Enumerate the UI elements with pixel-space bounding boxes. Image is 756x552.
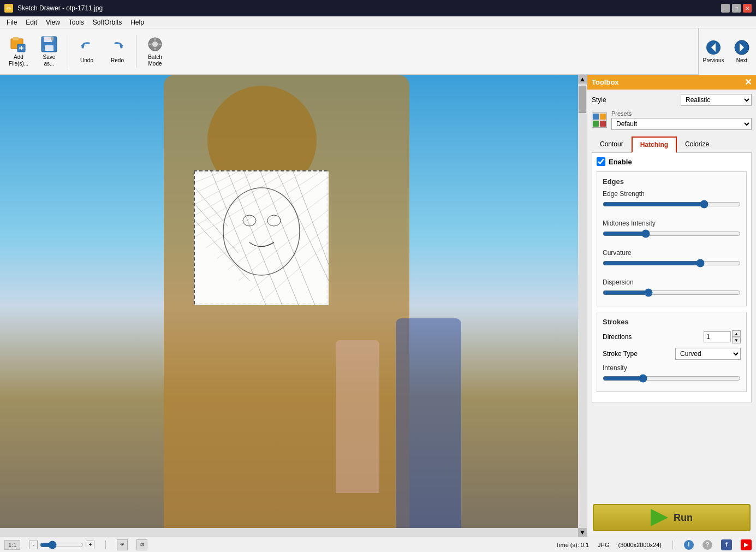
presets-label: Presets xyxy=(611,110,752,117)
strokes-section: Strokes Directions ▲ ▼ xyxy=(597,312,747,392)
directions-down-button[interactable]: ▼ xyxy=(732,337,741,343)
svg-point-12 xyxy=(152,41,158,47)
presets-row: Presets Default Sharp Soft xyxy=(592,110,752,130)
youtube-icon[interactable]: ▶ xyxy=(741,539,752,550)
intensity-row: Intensity xyxy=(603,364,741,386)
dispersion-slider[interactable] xyxy=(603,288,741,297)
stroke-type-select[interactable]: Curved Straight Wavy xyxy=(675,348,741,360)
redo-button[interactable]: Redo xyxy=(103,32,132,71)
status-sep-2 xyxy=(672,541,673,549)
intensity-label: Intensity xyxy=(603,364,741,372)
curvature-label: Curvature xyxy=(603,249,741,257)
edge-strength-slider[interactable] xyxy=(603,200,741,209)
menu-bar: File Edit View Tools SoftOrbits Help xyxy=(0,16,756,28)
menu-help[interactable]: Help xyxy=(126,17,148,27)
info-icon: i xyxy=(684,540,694,550)
style-label: Style xyxy=(592,96,606,104)
directions-up-button[interactable]: ▲ xyxy=(732,330,741,337)
add-files-button[interactable]: AddFile(s)... xyxy=(4,32,33,71)
previous-label: Previous xyxy=(703,57,724,63)
zoom-slider[interactable] xyxy=(40,541,84,549)
add-files-label: AddFile(s)... xyxy=(9,54,28,67)
directions-input[interactable] xyxy=(704,331,731,342)
tabs: Contour Hatching Colorize xyxy=(592,136,752,153)
undo-label: Undo xyxy=(80,57,93,64)
canvas-area[interactable]: ▲ ▼ xyxy=(0,75,587,537)
toolbar-sep-2 xyxy=(136,35,136,68)
menu-view[interactable]: View xyxy=(41,17,64,27)
edge-strength-label: Edge Strength xyxy=(603,190,741,198)
run-icon xyxy=(651,509,668,526)
app-icon: ✏ xyxy=(4,4,13,13)
enable-label: Enable xyxy=(609,158,632,166)
status-right: Time (s): 0.1 JPG (3000x2000x24) i ? f ▶ xyxy=(556,539,752,550)
add-files-icon xyxy=(10,35,27,53)
run-btn-area: Run xyxy=(587,498,756,537)
zoom-out-button[interactable]: - xyxy=(29,541,38,549)
next-button[interactable]: Next xyxy=(728,28,756,75)
run-button[interactable]: Run xyxy=(593,504,751,531)
zoom-in-button[interactable]: + xyxy=(86,541,94,549)
title-bar: ✏ Sketch Drawer - otp-1711.jpg — □ ✕ xyxy=(0,0,756,16)
menu-softorbits[interactable]: SoftOrbits xyxy=(88,17,126,27)
dimensions-label: (3000x2000x24) xyxy=(618,542,662,548)
toolbox-close-button[interactable]: ✕ xyxy=(745,77,752,87)
batch-mode-button[interactable]: BatchMode xyxy=(141,32,169,71)
previous-icon xyxy=(706,40,721,55)
midtones-intensity-row: Midtones Intensity xyxy=(603,219,741,241)
svg-rect-1 xyxy=(13,37,19,40)
presets-select[interactable]: Default Sharp Soft xyxy=(611,118,752,130)
toolbar: AddFile(s)... Saveas... Undo xyxy=(0,28,756,75)
save-icon xyxy=(40,35,58,53)
help-icon: ? xyxy=(703,540,712,550)
menu-file[interactable]: File xyxy=(2,17,21,27)
midtones-intensity-slider[interactable] xyxy=(603,229,741,238)
toolbox-panel: Toolbox ✕ Style Realistic Artistic Sketc… xyxy=(587,75,756,537)
facebook-icon[interactable]: f xyxy=(721,539,732,550)
presets-icon xyxy=(592,112,607,128)
status-bar: 1:1 - + 👁 ⊡ Time (s): 0.1 JPG (3000x2000… xyxy=(0,537,756,552)
next-label: Next xyxy=(736,57,748,63)
next-icon xyxy=(734,40,749,55)
svg-rect-7 xyxy=(45,45,53,51)
curvature-slider[interactable] xyxy=(603,259,741,268)
zoom-ratio: 1:1 xyxy=(4,540,20,550)
dispersion-label: Dispersion xyxy=(603,278,741,286)
curvature-row: Curvature xyxy=(603,249,741,271)
maximize-button[interactable]: □ xyxy=(732,4,741,13)
minimize-button[interactable]: — xyxy=(721,4,730,13)
save-as-label: Saveas... xyxy=(43,54,56,67)
tab-colorize[interactable]: Colorize xyxy=(677,136,717,152)
stroke-type-row: Stroke Type Curved Straight Wavy xyxy=(603,348,741,360)
tab-hatching[interactable]: Hatching xyxy=(632,136,677,153)
edge-strength-row: Edge Strength xyxy=(603,190,741,212)
style-row: Style Realistic Artistic Sketch xyxy=(592,94,752,106)
window-title: Sketch Drawer - otp-1711.jpg xyxy=(17,4,103,12)
close-button[interactable]: ✕ xyxy=(743,4,752,13)
zoom-controls: - + xyxy=(29,541,94,549)
undo-button[interactable]: Undo xyxy=(73,32,101,71)
preview-icon: 👁 xyxy=(117,539,128,550)
status-sep-1 xyxy=(105,541,106,549)
style-select[interactable]: Realistic Artistic Sketch xyxy=(681,94,752,106)
menu-tools[interactable]: Tools xyxy=(64,17,88,27)
save-as-button[interactable]: Saveas... xyxy=(35,32,63,71)
tab-contour[interactable]: Contour xyxy=(592,136,632,152)
enable-row: Enable xyxy=(597,157,747,166)
svg-rect-43 xyxy=(600,114,606,120)
intensity-slider[interactable] xyxy=(603,374,741,383)
time-label: Time (s): 0.1 xyxy=(556,542,589,548)
toolbar-sep-1 xyxy=(68,35,68,68)
stroke-type-label: Stroke Type xyxy=(603,350,638,358)
dispersion-row: Dispersion xyxy=(603,278,741,300)
edges-section: Edges Edge Strength Midtones Intensity xyxy=(597,171,747,306)
previous-button[interactable]: Previous xyxy=(699,28,728,75)
directions-label: Directions xyxy=(603,333,632,341)
sketch-overlay xyxy=(194,170,328,304)
enable-checkbox[interactable] xyxy=(597,157,605,166)
menu-edit[interactable]: Edit xyxy=(21,17,41,27)
svg-rect-8 xyxy=(51,37,53,40)
batch-mode-label: BatchMode xyxy=(148,54,162,67)
svg-rect-44 xyxy=(593,121,599,127)
fit-icon: ⊡ xyxy=(136,539,147,550)
